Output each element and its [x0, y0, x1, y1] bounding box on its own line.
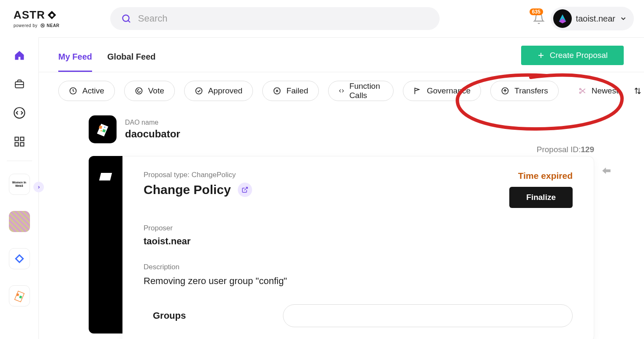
filter-bar: Active Vote Approved Failed Function Cal… [39, 72, 644, 101]
code-circle-icon [13, 107, 26, 119]
logo-block: ASTR powered by ⓃNEAR [14, 8, 60, 29]
external-link-icon [242, 186, 248, 193]
svg-point-15 [136, 88, 142, 94]
svg-point-31 [104, 126, 105, 128]
svg-point-22 [579, 88, 581, 90]
sidebar-dao-item[interactable] [9, 211, 30, 232]
sort-newest[interactable]: Newest [568, 81, 622, 101]
notification-count-badge: 635 [530, 8, 543, 15]
proposal-title: Change Policy [144, 183, 231, 197]
sidebar-dao-daocubator[interactable] [9, 285, 30, 306]
sidebar-item-home[interactable] [13, 49, 26, 62]
filter-vote[interactable]: Vote [124, 81, 175, 101]
svg-point-30 [101, 130, 102, 131]
plus-icon [537, 52, 545, 59]
finalize-button[interactable]: Finalize [509, 187, 573, 208]
svg-point-23 [579, 92, 581, 93]
svg-line-24 [581, 90, 585, 93]
sidebar-item-apps[interactable] [13, 135, 26, 148]
user-name: taoist.near [576, 14, 615, 24]
search-input[interactable] [138, 13, 429, 24]
sidebar-rail: Women In Web3 [0, 37, 39, 339]
dao-header: DAO name daocubator [89, 115, 594, 143]
refresh-icon [135, 87, 143, 95]
proposal-card: Proposal type: ChangePolicy Change Polic… [122, 156, 594, 339]
sort-toggle-button[interactable] [633, 87, 642, 95]
app-header: ASTR powered by ⓃNEAR 635 [0, 0, 644, 37]
svg-rect-9 [20, 142, 24, 146]
dao-name: daocubator [125, 128, 180, 140]
svg-rect-6 [15, 137, 18, 141]
main-content: My Feed Global Feed Create Proposal Acti… [39, 37, 644, 339]
tab-global-feed[interactable]: Global Feed [107, 52, 155, 72]
briefcase-icon [14, 79, 25, 90]
filter-function-calls[interactable]: Function Calls [328, 81, 394, 101]
open-link-button[interactable] [238, 183, 252, 197]
logo-text: ASTR [14, 8, 45, 22]
home-icon [14, 49, 25, 61]
svg-line-1 [128, 21, 130, 22]
svg-line-32 [244, 187, 247, 190]
search-icon [121, 14, 131, 24]
x-circle-icon [273, 87, 281, 95]
filter-transfers[interactable]: Transfers [490, 81, 559, 101]
user-menu[interactable]: taoist.near [551, 7, 634, 30]
reply-icon [601, 166, 612, 177]
logo-subtitle: powered by ⓃNEAR [14, 23, 60, 29]
description-value: Removing zero user group "config" [144, 276, 573, 287]
description-label: Description [144, 263, 573, 271]
dao-avatar [89, 115, 117, 143]
logo-icon [48, 11, 56, 19]
tab-my-feed[interactable]: My Feed [58, 52, 92, 72]
dao-label: DAO name [125, 119, 180, 126]
flag-color-icon [94, 121, 111, 138]
avatar [553, 9, 572, 28]
share-button[interactable] [601, 166, 612, 177]
proposal-type: Proposal type: ChangePolicy [144, 171, 252, 179]
groups-label: Groups [153, 310, 186, 321]
filter-governance[interactable]: Governance [403, 81, 481, 101]
code-icon [339, 87, 344, 95]
notifications-button[interactable]: 635 [533, 13, 545, 25]
svg-point-16 [196, 88, 202, 94]
proposer-label: Proposer [144, 224, 573, 232]
sidebar-item-treasury[interactable] [13, 78, 26, 90]
card-side-banner [89, 156, 122, 334]
status-label: Time expired [509, 171, 573, 181]
proposal-id: Proposal ID:129 [89, 145, 594, 154]
feed-tab-bar: My Feed Global Feed Create Proposal [39, 38, 644, 72]
avatar-icon [555, 11, 570, 26]
scissors-icon [578, 87, 587, 95]
filter-approved[interactable]: Approved [184, 81, 253, 101]
chevron-down-icon [620, 15, 627, 22]
filter-failed[interactable]: Failed [262, 81, 319, 101]
clock-icon [69, 87, 77, 95]
sidebar-item-developer[interactable] [13, 107, 26, 119]
svg-point-0 [122, 15, 129, 22]
flag-color-icon [12, 289, 27, 303]
astro-diamond-icon [14, 253, 25, 264]
upload-icon [501, 87, 509, 95]
search-bar[interactable] [110, 7, 440, 30]
svg-line-25 [581, 89, 585, 92]
sort-icon [633, 87, 642, 95]
svg-rect-8 [15, 142, 18, 146]
sidebar-dao-astro[interactable] [9, 248, 30, 269]
sidebar-dao-women-in-web3[interactable]: Women In Web3 [9, 174, 30, 195]
grid-icon [14, 136, 25, 148]
filter-active[interactable]: Active [58, 81, 115, 101]
svg-rect-7 [20, 137, 24, 141]
rail-separator [7, 161, 32, 161]
groups-box [283, 304, 573, 327]
flag-icon [99, 173, 112, 180]
create-proposal-button[interactable]: Create Proposal [521, 46, 624, 65]
check-circle-icon [195, 87, 203, 95]
flag-icon [413, 87, 422, 95]
proposer-value: taoist.near [144, 236, 573, 247]
